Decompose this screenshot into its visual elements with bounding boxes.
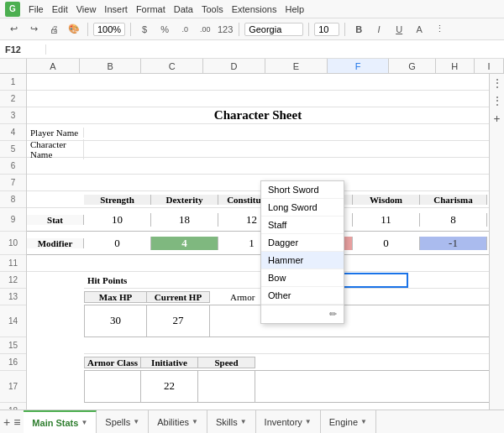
tab-main-stats-label: Main Stats <box>32 418 78 428</box>
sheet-title: Character Sheet <box>214 108 302 123</box>
sheets-menu-icon[interactable]: ≡ <box>13 415 20 429</box>
tab-skills[interactable]: Skills ▼ <box>207 410 256 434</box>
right-toolbar: ⋮ ⋮ + <box>489 74 504 433</box>
col-header-h[interactable]: H <box>436 59 475 73</box>
font-selector[interactable]: Georgia <box>244 23 303 36</box>
zoom-box[interactable]: 100% <box>93 23 125 36</box>
paint-format-button[interactable]: 🎨 <box>66 21 82 38</box>
menu-tools[interactable]: Tools <box>202 4 223 14</box>
underline-button[interactable]: U <box>391 21 407 38</box>
menu-bar: G File Edit View Insert Format Data Tool… <box>0 0 504 18</box>
tab-skills-arrow: ▼ <box>240 418 247 425</box>
row-num-11: 11 <box>0 255 26 272</box>
row-num-1: 1 <box>0 74 26 91</box>
row-num-9: 9 <box>0 208 26 232</box>
row-num-15: 15 <box>0 337 26 354</box>
tab-engine[interactable]: Engine ▼ <box>321 410 376 434</box>
modifier-charisma: -1 <box>420 237 487 250</box>
dropdown-other[interactable]: Other <box>261 287 344 305</box>
modifier-row-label: Modifier <box>27 238 84 248</box>
right-icon-1[interactable]: ⋮ <box>492 77 502 90</box>
hit-points-label: Hit Points <box>84 275 210 285</box>
text-color-button[interactable]: A <box>411 21 428 38</box>
decimal-fewer-button[interactable]: .00 <box>197 21 213 38</box>
right-icon-2[interactable]: ⋮ <box>492 95 502 107</box>
max-hp-value: 30 <box>84 305 147 337</box>
stat-dexterity: 18 <box>151 213 218 227</box>
separator1 <box>87 23 88 36</box>
row-num-13: 13 <box>0 289 26 305</box>
col-header-b[interactable]: B <box>80 59 142 73</box>
print-button[interactable]: 🖨 <box>45 21 62 38</box>
italic-button[interactable]: I <box>370 21 387 38</box>
menu-edit[interactable]: Edit <box>52 4 68 14</box>
stat-charisma: 8 <box>420 213 487 227</box>
undo-button[interactable]: ↩ <box>5 21 22 38</box>
stat-wisdom: 11 <box>353 213 420 227</box>
col-header-d[interactable]: D <box>203 59 265 73</box>
decimal-more-button[interactable]: .0 <box>176 21 193 38</box>
tab-skills-label: Skills <box>216 417 238 427</box>
menu-file[interactable]: File <box>29 4 44 14</box>
tab-spells-arrow: ▼ <box>133 418 139 425</box>
col-header-e[interactable]: E <box>265 59 328 73</box>
right-plus-icon[interactable]: + <box>494 112 501 126</box>
modifier-wisdom: 0 <box>353 237 420 250</box>
sheet-area: Character Sheet Player Name Character Na… <box>27 74 489 433</box>
bold-button[interactable]: B <box>350 21 367 38</box>
row-num-6: 6 <box>0 158 26 175</box>
col-header-i[interactable]: I <box>475 59 504 73</box>
menu-data[interactable]: Data <box>174 4 193 14</box>
armor-class-value <box>84 371 141 403</box>
tab-spells[interactable]: Spells ▼ <box>97 410 149 434</box>
dropdown-staff[interactable]: Staff <box>261 216 344 234</box>
stat-header-wisdom: Wisdom <box>353 195 420 205</box>
font-size-box[interactable]: 10 <box>314 23 339 36</box>
currency-button[interactable]: $ <box>136 21 153 38</box>
dropdown-dagger[interactable]: Dagger <box>261 234 344 252</box>
current-hp-label: Current HP <box>147 291 210 303</box>
col-header-f[interactable]: F <box>328 59 390 73</box>
row-num-8: 8 <box>0 191 26 208</box>
more-button[interactable]: ⋮ <box>431 21 448 38</box>
add-sheet-icon[interactable]: + <box>3 415 10 429</box>
cell-reference[interactable]: F12 <box>0 44 46 55</box>
stat-strength: 10 <box>84 213 151 227</box>
separator5 <box>344 23 345 36</box>
col-header-c[interactable]: C <box>141 59 203 73</box>
col-header-a[interactable]: A <box>27 59 80 73</box>
menu-items: File Edit View Insert Format Data Tools … <box>29 4 304 14</box>
menu-extensions[interactable]: Extensions <box>232 4 277 14</box>
armor-label: Armor <box>227 292 258 302</box>
dropdown-long-sword[interactable]: Long Sword <box>261 199 344 216</box>
tab-main-stats[interactable]: Main Stats ▼ <box>24 410 97 434</box>
row-numbers: 1 2 3 4 5 6 7 8 9 10 11 12 13 14 15 16 1… <box>0 74 27 433</box>
dropdown-bow[interactable]: Bow <box>261 269 344 287</box>
dropdown-short-sword[interactable]: Short Sword <box>261 181 344 199</box>
tab-inventory[interactable]: Inventory ▼ <box>256 410 321 434</box>
weapon-input[interactable] <box>341 273 408 288</box>
tab-main-stats-arrow: ▼ <box>81 419 87 426</box>
edit-icon[interactable]: ✏ <box>329 309 337 320</box>
max-hp-label: Max HP <box>84 291 147 303</box>
stat-header-strength: Strength <box>84 195 151 205</box>
tab-engine-arrow: ▼ <box>360 418 367 425</box>
row-num-10: 10 <box>0 232 26 255</box>
dropdown-hammer[interactable]: Hammer <box>261 252 344 269</box>
menu-format[interactable]: Format <box>136 4 165 14</box>
redo-button[interactable]: ↪ <box>25 21 42 38</box>
menu-insert[interactable]: Insert <box>104 4 128 14</box>
separator3 <box>239 23 239 36</box>
speed-value <box>198 371 255 403</box>
speed-label: Speed <box>198 357 255 368</box>
initiative-label: Initiative <box>141 357 198 368</box>
percent-button[interactable]: % <box>156 21 173 38</box>
menu-help[interactable]: Help <box>285 4 304 14</box>
tab-bar: + ≡ Main Stats ▼ Spells ▼ Abilities ▼ Sk… <box>0 410 504 433</box>
tab-engine-label: Engine <box>329 417 358 427</box>
menu-view[interactable]: View <box>76 4 97 14</box>
format-number-button[interactable]: 123 <box>217 21 234 38</box>
col-header-g[interactable]: G <box>389 59 435 73</box>
tab-abilities[interactable]: Abilities ▼ <box>149 410 207 434</box>
column-headers: A B C D E F G H I <box>0 59 504 74</box>
